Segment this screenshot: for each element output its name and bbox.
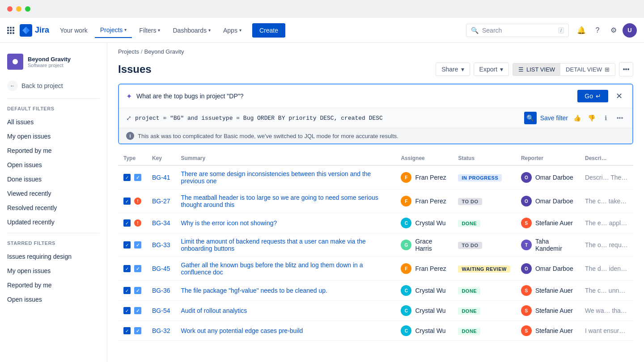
- reporter-avatar: S: [521, 305, 532, 316]
- filter-viewed-recently[interactable]: Viewed recently: [0, 186, 107, 201]
- list-view-button[interactable]: ☰ LIST VIEW: [513, 63, 560, 76]
- reporter-name: Omar Darboe: [535, 265, 573, 272]
- cell-status: DONE: [453, 321, 516, 341]
- status-badge: WAITING REVIEW: [458, 265, 510, 273]
- starred-filter-open[interactable]: Open issues: [0, 292, 107, 307]
- issue-key-link[interactable]: BG-27: [152, 198, 170, 205]
- assignee-name: Fran Perez: [415, 265, 446, 272]
- issue-summary-link[interactable]: The meatball header is too large so we a…: [181, 194, 378, 208]
- table-row: !BG-34Why is the error icon not showing?…: [118, 213, 633, 233]
- cell-status: IN PROGRESS: [453, 165, 516, 189]
- col-type: Type: [118, 152, 147, 165]
- minimize-dot[interactable]: [16, 6, 21, 12]
- assignee-name: Crystal Wu: [415, 327, 445, 334]
- row-checkbox[interactable]: [123, 174, 131, 181]
- issue-key-link[interactable]: BG-36: [152, 287, 170, 294]
- cell-reporter: SStefanie Auer: [516, 321, 580, 341]
- issue-key-link[interactable]: BG-33: [152, 241, 170, 248]
- row-checkbox[interactable]: [123, 241, 131, 248]
- grid-menu-icon[interactable]: [7, 27, 14, 34]
- issue-summary-link[interactable]: Gather all the known bugs before the bli…: [181, 261, 363, 276]
- search-bar[interactable]: 🔍 Search /: [466, 24, 569, 37]
- starred-filter-design[interactable]: Issues requiring design: [0, 249, 107, 264]
- detail-view-button[interactable]: DETAIL VIEW ⊞: [560, 63, 615, 76]
- table-row: !BG-27The meatball header is too large s…: [118, 189, 633, 213]
- filter-reported-by-me[interactable]: Reported by me: [0, 143, 107, 158]
- issue-summary-link[interactable]: The file package "hgf-value" needs to be…: [181, 287, 327, 294]
- share-button[interactable]: Share ▾: [436, 63, 470, 76]
- task-type-icon: ✓: [134, 174, 141, 181]
- cell-assignee: FFran Perez: [395, 165, 453, 189]
- maximize-dot[interactable]: [25, 6, 30, 12]
- issue-key-link[interactable]: BG-32: [152, 327, 170, 334]
- filter-resolved-recently[interactable]: Resolved recently: [0, 201, 107, 215]
- breadcrumb: Projects / Beyond Gravity: [107, 43, 644, 55]
- close-query-button[interactable]: ✕: [613, 90, 625, 102]
- reporter-avatar: T: [521, 240, 532, 250]
- thumbs-down-icon[interactable]: 👎: [586, 113, 597, 123]
- assignee-avatar: F: [401, 172, 411, 183]
- search-icon: 🔍: [471, 27, 479, 34]
- issue-key-link[interactable]: BG-41: [152, 174, 170, 181]
- cell-type: ✓: [118, 257, 147, 281]
- breadcrumb-beyond-gravity[interactable]: Beyond Gravity: [144, 48, 184, 55]
- filter-all-issues[interactable]: All issues: [0, 115, 107, 129]
- filter-done-issues[interactable]: Done issues: [0, 172, 107, 186]
- nav-apps[interactable]: Apps ▾: [218, 23, 247, 38]
- filter-updated-recently[interactable]: Updated recently: [0, 215, 107, 229]
- jql-search-button[interactable]: 🔍: [524, 112, 537, 124]
- thumbs-up-icon[interactable]: 👍: [572, 113, 582, 123]
- issue-key-link[interactable]: BG-45: [152, 265, 170, 272]
- detail-view-icon: ⊞: [605, 66, 610, 73]
- cell-status: DONE: [453, 213, 516, 233]
- issue-summary-link[interactable]: Audit of rollout analytics: [181, 307, 247, 314]
- nav-dashboards[interactable]: Dashboards ▾: [167, 23, 216, 38]
- issue-key-link[interactable]: BG-54: [152, 307, 170, 314]
- cell-type: ✓: [118, 321, 147, 341]
- export-button[interactable]: Export ▾: [474, 63, 509, 76]
- back-to-project[interactable]: ← Back to project: [0, 77, 107, 95]
- issue-summary-link[interactable]: Work out any potential edge cases pre-bu…: [181, 327, 303, 334]
- nav-filters[interactable]: Filters ▾: [134, 23, 165, 38]
- issue-summary-link[interactable]: Why is the error icon not showing?: [181, 219, 277, 227]
- issue-summary-link[interactable]: Limit the amount of backend requests tha…: [181, 238, 365, 252]
- jql-info-icon[interactable]: ℹ: [600, 113, 611, 123]
- nav-projects[interactable]: Projects ▾: [95, 23, 132, 38]
- issue-summary-link[interactable]: There are some design inconsistencies be…: [181, 170, 371, 185]
- col-status: Status: [453, 152, 516, 165]
- starred-filter-reported[interactable]: Reported by me: [0, 278, 107, 292]
- reporter-avatar: O: [521, 196, 532, 206]
- nav-your-work[interactable]: Your work: [55, 23, 93, 38]
- jql-expand-icon[interactable]: ⤢: [126, 114, 131, 122]
- create-button[interactable]: Create: [252, 23, 285, 38]
- row-checkbox[interactable]: [123, 198, 131, 205]
- filter-my-open-issues[interactable]: My open issues: [0, 129, 107, 143]
- help-button[interactable]: ?: [590, 23, 605, 38]
- settings-button[interactable]: ⚙: [606, 23, 621, 38]
- notifications-button[interactable]: 🔔: [574, 23, 589, 38]
- close-dot[interactable]: [7, 6, 13, 12]
- breadcrumb-projects[interactable]: Projects: [118, 48, 139, 55]
- assignee-name: Fran Perez: [415, 174, 446, 181]
- go-button[interactable]: Go ↵: [577, 90, 608, 102]
- issue-key-link[interactable]: BG-34: [152, 219, 170, 227]
- row-checkbox[interactable]: [123, 219, 131, 227]
- row-checkbox[interactable]: [123, 265, 131, 272]
- back-label: Back to project: [21, 82, 63, 89]
- assignee-avatar: C: [401, 285, 411, 296]
- row-checkbox[interactable]: [123, 307, 131, 314]
- content-area: Issues Share ▾ Export ▾ ☰ LIST VIEW: [107, 55, 644, 348]
- more-options-button[interactable]: •••: [619, 62, 633, 76]
- row-checkbox[interactable]: [123, 287, 131, 294]
- save-filter-button[interactable]: Save filter: [540, 114, 568, 122]
- filter-open-issues[interactable]: Open issues: [0, 158, 107, 172]
- jql-input[interactable]: project = "BG" and issuetype = Bug ORDER…: [135, 115, 521, 122]
- starred-filter-my-open[interactable]: My open issues: [0, 264, 107, 278]
- jira-logo[interactable]: Jira: [20, 24, 49, 37]
- user-avatar[interactable]: U: [623, 23, 637, 38]
- cell-key: BG-33: [147, 233, 175, 257]
- bug-type-icon: !: [134, 198, 141, 205]
- assignee-avatar: G: [401, 240, 411, 250]
- row-checkbox[interactable]: [123, 327, 131, 334]
- jql-more-icon[interactable]: •••: [614, 113, 625, 123]
